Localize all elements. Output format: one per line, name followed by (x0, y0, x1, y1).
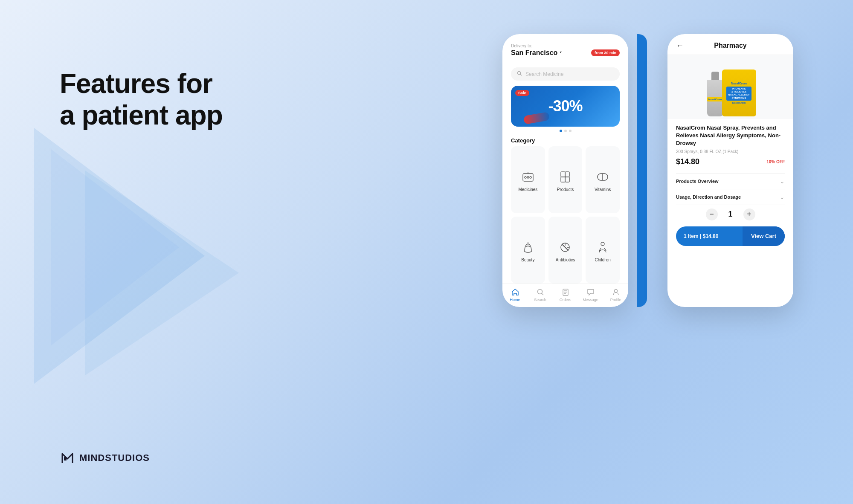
medicines-icon (520, 169, 536, 185)
ph1-dot-3 (569, 130, 572, 132)
svg-rect-12 (565, 172, 569, 177)
home-icon (511, 287, 520, 297)
ph1-banner-dots (502, 130, 628, 132)
ph2-quantity-row: − 1 + (667, 205, 793, 224)
accordion-usage-arrow: ⌄ (780, 194, 785, 200)
ph2-price-row: $14.80 10% OFF (676, 157, 785, 166)
svg-rect-11 (561, 172, 565, 177)
add-to-cart-button[interactable]: 1 Item | $14.80 View Cart (676, 226, 785, 246)
orders-icon (561, 287, 570, 297)
phone-product: ← Pharmacy NasalCrom NasalCrom PREVENTS&… (667, 34, 793, 307)
nav-message[interactable]: Message (578, 287, 603, 302)
quantity-decrease-button[interactable]: − (706, 209, 718, 220)
quantity-display: 1 (725, 210, 736, 219)
nav-orders-label: Orders (560, 298, 572, 302)
product-image: NasalCrom NasalCrom PREVENTS& RELIEVESNA… (705, 61, 756, 116)
category-antibiotics[interactable]: Antibiotics (548, 217, 583, 284)
accordion-usage-direction[interactable]: Usage, Direction and Dosage ⌄ (676, 189, 785, 205)
ph1-promo-banner[interactable]: Sale -30% (511, 86, 620, 127)
phones-container: Delivery to: San Francisco ˅ from 30 min… (502, 34, 793, 307)
svg-point-20 (537, 290, 542, 294)
ph1-bottom-nav: Home Search Orders Message (502, 284, 628, 307)
ph1-search-placeholder: Search Medicine (525, 71, 563, 77)
svg-rect-13 (561, 177, 565, 182)
cart-item-info: 1 Item | $14.80 (676, 233, 743, 239)
ph1-dot-2 (564, 130, 567, 132)
ph1-search-bar[interactable]: Search Medicine (511, 67, 620, 81)
nav-home-label: Home (510, 298, 520, 302)
ph2-discount-badge: 10% OFF (766, 159, 785, 164)
category-medicines-label: Medicines (518, 187, 537, 192)
message-icon (586, 287, 595, 297)
svg-rect-14 (565, 177, 569, 182)
ph2-header: ← Pharmacy (667, 34, 793, 55)
nav-search-label: Search (534, 298, 546, 302)
product-box: NasalCrom PREVENTS& RELIEVESNASAL ALLERG… (722, 70, 756, 116)
category-products-label: Products (557, 187, 574, 192)
product-bottle: NasalCrom (707, 72, 723, 116)
category-beauty-label: Beauty (521, 258, 534, 262)
products-icon (557, 169, 573, 185)
hero-text-section: Features for a patient app (60, 68, 223, 131)
ph1-delivery-label: Delivery to: (511, 43, 620, 48)
nav-search-icon (536, 287, 545, 297)
svg-point-10 (530, 177, 531, 178)
svg-marker-2 (51, 149, 179, 345)
ph2-product-image-area: NasalCrom NasalCrom PREVENTS& RELIEVESNA… (667, 55, 793, 119)
category-products[interactable]: Products (548, 146, 583, 213)
nav-orders[interactable]: Orders (553, 287, 578, 302)
svg-point-9 (527, 177, 529, 178)
phone-home: Delivery to: San Francisco ˅ from 30 min… (502, 34, 628, 307)
ph2-product-description: 200 Sprays, 0.88 FL OZ,(1 Pack) (676, 149, 785, 154)
ph2-product-name: NasalCrom Nasal Spray, Prevents and Reli… (676, 124, 785, 148)
svg-point-8 (525, 177, 526, 178)
nav-profile[interactable]: Profile (603, 287, 628, 302)
accordion-products-overview-label: Products Overview (676, 179, 719, 184)
svg-point-19 (601, 242, 604, 246)
ph2-title: Pharmacy (714, 42, 747, 49)
ph1-sale-badge: Sale (515, 90, 529, 96)
svg-marker-0 (34, 128, 205, 384)
logo-icon (60, 450, 75, 466)
nav-profile-label: Profile (610, 298, 621, 302)
ph1-category-heading: Category (502, 134, 628, 146)
svg-point-26 (614, 290, 617, 293)
svg-marker-1 (85, 171, 239, 375)
accordion-usage-label: Usage, Direction and Dosage (676, 194, 741, 200)
ph1-city[interactable]: San Francisco ˅ (511, 49, 562, 57)
accordion-products-overview[interactable]: Products Overview ⌄ (676, 174, 785, 189)
main-heading: Features for a patient app (60, 68, 223, 131)
view-cart-label: View Cart (743, 226, 785, 246)
phone-partial-right (637, 34, 647, 307)
profile-icon (611, 287, 621, 297)
ph2-back-button[interactable]: ← (676, 41, 684, 50)
nav-home[interactable]: Home (502, 287, 528, 302)
antibiotics-icon (557, 240, 573, 255)
vitamins-icon (595, 169, 610, 185)
ph2-accordion-section: Products Overview ⌄ Usage, Direction and… (667, 174, 793, 205)
search-icon (517, 71, 522, 77)
quantity-increase-button[interactable]: + (743, 209, 755, 220)
svg-point-4 (518, 72, 521, 75)
category-children-label: Children (595, 258, 611, 262)
logo: MINDSTUDIOS (60, 450, 150, 466)
ph1-delivery-badge: from 30 min (591, 49, 620, 56)
logo-text: MINDSTUDIOS (79, 452, 150, 463)
ph1-header-divider (511, 62, 620, 62)
category-antibiotics-label: Antibiotics (556, 258, 575, 262)
accordion-products-overview-arrow: ⌄ (780, 178, 785, 185)
category-beauty[interactable]: Beauty (511, 217, 545, 284)
beauty-icon (520, 240, 536, 255)
svg-line-21 (542, 293, 543, 295)
ph2-price: $14.80 (676, 157, 699, 166)
nav-message-label: Message (583, 298, 598, 302)
ph2-product-info: NasalCrom Nasal Spray, Prevents and Reli… (667, 119, 793, 169)
svg-rect-3 (64, 457, 67, 461)
ph1-discount-text: -30% (548, 97, 582, 115)
ph1-dot-active (560, 130, 562, 132)
children-icon (595, 240, 610, 255)
category-medicines[interactable]: Medicines (511, 146, 545, 213)
category-children[interactable]: Children (586, 217, 620, 284)
nav-search[interactable]: Search (528, 287, 553, 302)
category-vitamins[interactable]: Vitamins (586, 146, 620, 213)
